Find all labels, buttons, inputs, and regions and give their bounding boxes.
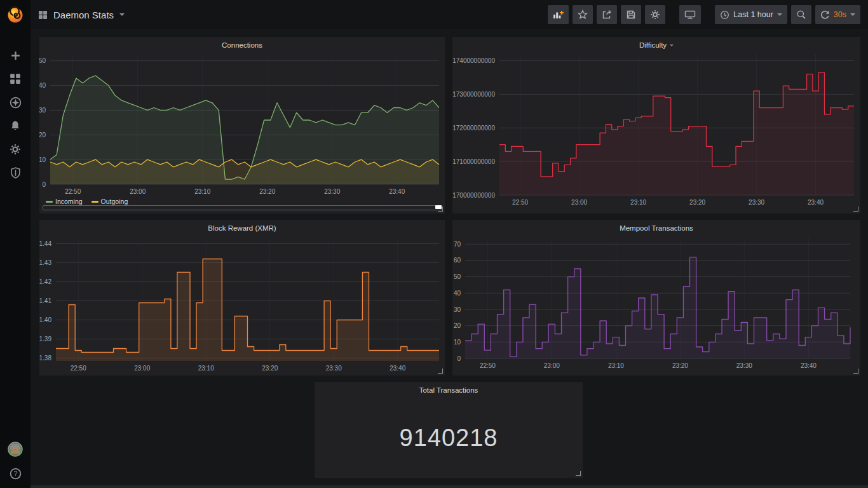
svg-text:1.43: 1.43 (39, 259, 51, 266)
block-reward-chart[interactable]: 1.381.391.401.411.421.431.4422:5023:0023… (39, 236, 445, 376)
sidebar-item-dashboards[interactable] (3, 72, 28, 86)
svg-text:0: 0 (42, 181, 46, 188)
panel-title[interactable]: Connections (39, 37, 445, 53)
panel-connections: Connections 0102030405022:5023:0023:1023… (39, 37, 445, 214)
svg-text:0: 0 (457, 355, 461, 362)
chevron-down-icon (777, 13, 782, 16)
svg-text:1.39: 1.39 (39, 336, 51, 342)
svg-text:23:10: 23:10 (194, 188, 210, 195)
cycle-view-button[interactable] (679, 5, 701, 24)
user-avatar[interactable] (3, 442, 28, 456)
panel-resize-handle[interactable] (438, 207, 443, 212)
explore-compass-icon (10, 97, 22, 109)
refresh-button[interactable]: 30s (815, 5, 860, 24)
svg-text:172000000000: 172000000000 (452, 125, 495, 132)
panel-resize-handle[interactable] (853, 369, 858, 374)
svg-text:23:20: 23:20 (262, 365, 278, 372)
grafana-logo[interactable] (0, 0, 31, 30)
series-color-swatch (92, 201, 98, 203)
svg-text:40: 40 (454, 290, 461, 297)
svg-text:170000000000: 170000000000 (452, 192, 495, 199)
svg-text:23:40: 23:40 (808, 199, 824, 206)
sidebar: ? (0, 0, 31, 488)
dashboards-icon (10, 73, 21, 85)
difficulty-chart[interactable]: 1700000000001710000000001720000000001730… (452, 53, 860, 214)
clock-icon (720, 10, 729, 20)
dashboard-settings-button[interactable] (645, 5, 665, 24)
mempool-chart[interactable]: 01020304050607022:5023:0023:1023:2023:30… (452, 236, 860, 376)
svg-text:22:50: 22:50 (71, 365, 86, 372)
panel-title[interactable]: Mempool Transactions (452, 220, 860, 236)
panel-block-reward: Block Reward (XMR) 1.381.391.401.411.421… (39, 220, 445, 376)
sidebar-item-configuration[interactable] (3, 142, 28, 156)
svg-text:22:50: 22:50 (480, 362, 496, 369)
svg-text:50: 50 (39, 57, 46, 64)
dashboard-grid-icon (38, 10, 48, 20)
svg-text:30: 30 (454, 306, 461, 313)
help-icon: ? (10, 468, 22, 480)
grafana-flame-icon (6, 6, 25, 25)
panel-resize-handle[interactable] (438, 369, 443, 374)
svg-text:?: ? (13, 470, 17, 477)
svg-text:23:10: 23:10 (630, 199, 646, 206)
svg-text:1.38: 1.38 (39, 355, 51, 362)
time-picker-button[interactable]: Last 1 hour (715, 5, 787, 24)
panel-resize-handle[interactable] (853, 207, 858, 212)
gear-icon (10, 144, 21, 155)
svg-text:171000000000: 171000000000 (452, 158, 495, 165)
svg-text:10: 10 (454, 339, 461, 346)
gear-icon (650, 10, 660, 20)
svg-text:20: 20 (454, 322, 461, 329)
connections-chart[interactable]: 0102030405022:5023:0023:1023:2023:3023:4… (39, 53, 445, 196)
panel-difficulty: Difficulty 17000000000017100000000017200… (452, 37, 860, 214)
add-panel-icon (553, 10, 564, 20)
share-button[interactable] (597, 5, 617, 24)
svg-text:23:00: 23:00 (544, 362, 560, 369)
svg-text:1.41: 1.41 (39, 297, 51, 304)
star-button[interactable] (573, 5, 593, 24)
time-range-label: Last 1 hour (733, 10, 773, 19)
zoom-out-button[interactable] (791, 5, 811, 24)
svg-text:23:20: 23:20 (672, 362, 688, 369)
navbar: Daemon Stats (31, 0, 868, 29)
chevron-down-icon (670, 44, 674, 46)
sidebar-bottom: ? (0, 442, 31, 480)
help-button[interactable]: ? (3, 466, 28, 480)
svg-text:70: 70 (454, 241, 461, 248)
legend-scrollbar[interactable] (43, 205, 442, 210)
svg-text:23:20: 23:20 (259, 188, 275, 195)
panel-title[interactable]: Block Reward (XMR) (39, 220, 445, 236)
svg-text:1.44: 1.44 (39, 240, 51, 247)
legend-item-incoming[interactable]: Incoming (46, 198, 83, 205)
svg-text:22:50: 22:50 (65, 188, 81, 195)
avatar-image (7, 441, 24, 458)
svg-text:23:40: 23:40 (801, 362, 817, 369)
panel-title[interactable]: Total Transactions (315, 382, 583, 398)
panel-title[interactable]: Difficulty (452, 37, 860, 53)
sidebar-item-alerting[interactable] (3, 119, 28, 133)
sidebar-item-server-admin[interactable] (3, 166, 28, 180)
svg-text:1.42: 1.42 (39, 278, 51, 285)
save-button[interactable] (621, 5, 641, 24)
svg-text:23:30: 23:30 (749, 199, 764, 206)
svg-text:23:10: 23:10 (608, 362, 624, 369)
share-icon (602, 10, 612, 20)
plus-icon (10, 50, 21, 61)
dashboard-picker[interactable]: Daemon Stats (38, 10, 125, 20)
total-transactions-value: 9140218 (315, 398, 583, 478)
svg-text:60: 60 (454, 257, 461, 264)
svg-text:10: 10 (39, 156, 46, 163)
sidebar-item-explore[interactable] (3, 95, 28, 109)
sidebar-item-create[interactable] (3, 48, 28, 62)
panel-resize-handle[interactable] (576, 471, 581, 476)
svg-text:23:30: 23:30 (324, 188, 340, 195)
legend-item-outgoing[interactable]: Outgoing (92, 198, 128, 205)
svg-text:23:40: 23:40 (390, 365, 405, 372)
svg-text:23:00: 23:00 (571, 199, 587, 206)
refresh-interval-label: 30s (834, 10, 846, 19)
add-panel-button[interactable] (548, 5, 569, 24)
svg-text:22:50: 22:50 (512, 199, 528, 206)
svg-text:40: 40 (39, 82, 46, 89)
navbar-actions: Last 1 hour 30s (548, 5, 860, 24)
page-scrollbar-track[interactable] (31, 485, 868, 488)
